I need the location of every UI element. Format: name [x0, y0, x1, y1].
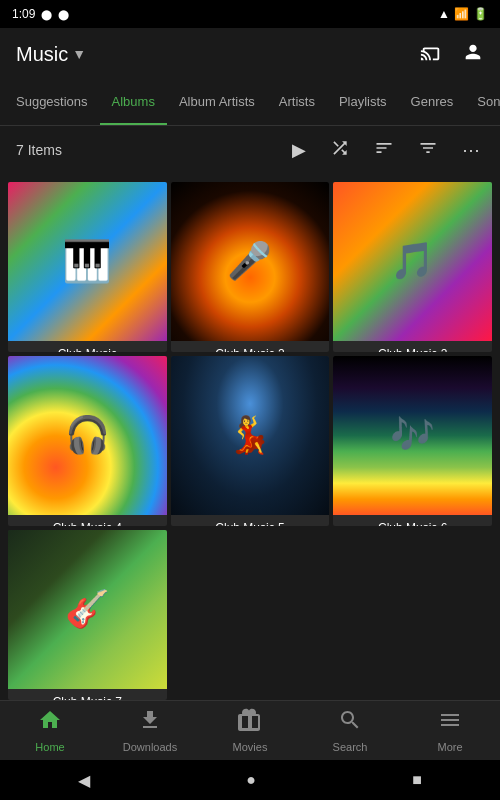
filter-button[interactable] — [414, 134, 442, 167]
status-bar: 1:09 ⬤ ⬤ ▲ 📶 🔋 — [0, 0, 500, 28]
sort-button[interactable] — [370, 134, 398, 167]
cast-icon[interactable] — [420, 41, 442, 68]
albums-grid: Club Music Clubber 2008 Club Music 2 Clu… — [0, 174, 500, 700]
list-item[interactable]: Club Music 3 Clubber 2008 — [333, 182, 492, 352]
recents-button[interactable]: ■ — [412, 771, 422, 789]
tab-songs[interactable]: Songs — [465, 80, 500, 125]
album-cover-2 — [171, 182, 330, 341]
nav-item-more[interactable]: More — [400, 708, 500, 753]
dropdown-arrow-icon: ▼ — [72, 46, 86, 62]
album-name-2: Club Music 2 — [177, 347, 324, 352]
shuffle-button[interactable] — [326, 134, 354, 167]
nav-item-movies[interactable]: Movies — [200, 708, 300, 753]
play-button[interactable]: ▶ — [288, 135, 310, 165]
album-name-5: Club Music 5 — [177, 521, 324, 526]
more-icon — [438, 708, 462, 738]
system-nav: ◀ ● ■ — [0, 760, 500, 800]
nav-item-downloads[interactable]: Downloads — [100, 708, 200, 753]
more-options-button[interactable]: ⋯ — [458, 135, 484, 165]
app-bar-actions — [420, 41, 484, 68]
app-title-group[interactable]: Music ▼ — [16, 43, 86, 66]
nav-item-home[interactable]: Home — [0, 708, 100, 753]
album-cover-1 — [8, 182, 167, 341]
album-info-3: Club Music 3 Clubber 2008 — [333, 341, 492, 352]
status-left: 1:09 ⬤ ⬤ — [12, 7, 69, 21]
album-cover-7 — [8, 530, 167, 689]
battery-icon: 🔋 — [473, 7, 488, 21]
nav-tabs: Suggestions Albums Album Artists Artists… — [0, 80, 500, 126]
downloads-icon — [138, 708, 162, 738]
tab-genres[interactable]: Genres — [399, 80, 466, 125]
tab-playlists[interactable]: Playlists — [327, 80, 399, 125]
nav-label-home: Home — [35, 741, 64, 753]
tab-albums[interactable]: Albums — [100, 80, 167, 125]
album-info-7: Club Music 7 Clubber 2008 — [8, 689, 167, 700]
list-item[interactable]: Club Music 6 Clubber 2008 — [333, 356, 492, 526]
album-info-6: Club Music 6 Clubber 2008 — [333, 515, 492, 526]
nav-label-downloads: Downloads — [123, 741, 177, 753]
album-cover-5 — [171, 356, 330, 515]
nav-label-movies: Movies — [233, 741, 268, 753]
album-name-1: Club Music — [14, 347, 161, 352]
nav-label-more: More — [437, 741, 462, 753]
list-item[interactable]: Club Music 2 Clubber 2008 — [171, 182, 330, 352]
home-button[interactable]: ● — [246, 771, 256, 789]
movies-icon — [238, 708, 262, 738]
wifi-icon: ▲ — [438, 7, 450, 21]
nav-item-search[interactable]: Search — [300, 708, 400, 753]
status-dot2: ⬤ — [58, 9, 69, 20]
album-cover-4 — [8, 356, 167, 515]
bottom-nav: Home Downloads Movies Search More — [0, 700, 500, 760]
status-time: 1:09 — [12, 7, 35, 21]
nav-label-search: Search — [333, 741, 368, 753]
album-info-1: Club Music Clubber 2008 — [8, 341, 167, 352]
album-cover-6 — [333, 356, 492, 515]
album-info-2: Club Music 2 Clubber 2008 — [171, 341, 330, 352]
status-right: ▲ 📶 🔋 — [438, 7, 488, 21]
items-count: 7 Items — [16, 142, 272, 158]
list-item[interactable]: Club Music Clubber 2008 — [8, 182, 167, 352]
list-item[interactable]: Club Music 4 Clubber 2008 — [8, 356, 167, 526]
content-toolbar: 7 Items ▶ ⋯ — [0, 126, 500, 174]
app-bar: Music ▼ — [0, 28, 500, 80]
album-info-5: Club Music 5 Clubber 2008 — [171, 515, 330, 526]
list-item[interactable]: Club Music 5 Clubber 2008 — [171, 356, 330, 526]
album-name-6: Club Music 6 — [339, 521, 486, 526]
search-icon — [338, 708, 362, 738]
home-icon — [38, 708, 62, 738]
album-info-4: Club Music 4 Clubber 2008 — [8, 515, 167, 526]
signal-icon: 📶 — [454, 7, 469, 21]
back-button[interactable]: ◀ — [78, 771, 90, 790]
tab-suggestions[interactable]: Suggestions — [4, 80, 100, 125]
list-item[interactable]: Club Music 7 Clubber 2008 — [8, 530, 167, 700]
profile-icon[interactable] — [462, 41, 484, 68]
app-title-text: Music — [16, 43, 68, 66]
tab-artists[interactable]: Artists — [267, 80, 327, 125]
album-name-3: Club Music 3 — [339, 347, 486, 352]
status-dot1: ⬤ — [41, 9, 52, 20]
tab-album-artists[interactable]: Album Artists — [167, 80, 267, 125]
album-name-4: Club Music 4 — [14, 521, 161, 526]
album-cover-3 — [333, 182, 492, 341]
